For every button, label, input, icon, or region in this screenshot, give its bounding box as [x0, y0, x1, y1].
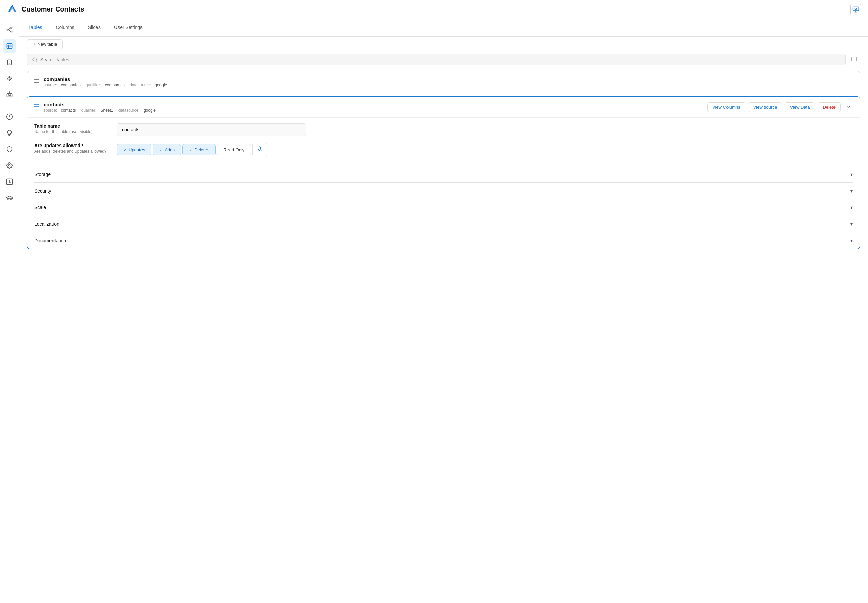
updates-btn-label: Updates — [128, 147, 145, 152]
content-area: Tables Columns Slices User Settings + Ne… — [19, 19, 868, 603]
view-data-button[interactable]: View Data — [785, 102, 815, 112]
section-scale[interactable]: Scale ▾ — [34, 199, 853, 216]
contacts-datasource-value: google — [144, 108, 156, 113]
table-actions-contacts: View Columns View source View Data Delet… — [707, 102, 854, 112]
contacts-qualifier-value: Sheet1 — [100, 108, 113, 113]
sidebar-item-network[interactable] — [3, 23, 16, 37]
svg-rect-3 — [853, 7, 859, 11]
tab-tables[interactable]: Tables — [27, 19, 43, 36]
deletes-check-icon: ✓ — [189, 147, 193, 152]
updates-toggle-group: ✓ Updates ✓ Adds ✓ Delet — [117, 143, 853, 156]
deletes-btn-label: Deletes — [194, 147, 209, 152]
view-source-button[interactable]: View source — [748, 102, 782, 112]
details-divider — [34, 163, 853, 164]
section-documentation[interactable]: Documentation ▾ — [34, 232, 853, 249]
search-area — [19, 50, 868, 68]
tab-columns[interactable]: Columns — [54, 19, 76, 36]
updates-field-value: ✓ Updates ✓ Adds ✓ Delet — [117, 143, 853, 156]
svg-line-8 — [8, 28, 11, 30]
svg-point-4 — [855, 8, 857, 9]
deletes-toggle-btn[interactable]: ✓ Deletes — [183, 144, 216, 155]
search-box — [27, 54, 846, 65]
storage-chevron: ▾ — [850, 172, 853, 177]
readonly-btn-label: Read-Only — [223, 147, 244, 152]
search-icon — [32, 57, 37, 62]
sidebar-item-gear[interactable] — [3, 159, 16, 172]
scale-chevron: ▾ — [850, 205, 853, 210]
readonly-toggle-btn[interactable]: Read-Only — [217, 144, 251, 155]
documentation-label: Documentation — [34, 238, 66, 243]
table-name-companies: companies — [44, 76, 854, 82]
table-card-companies-header[interactable]: companies source: companies qualifier: c… — [28, 71, 860, 92]
svg-point-32 — [33, 57, 37, 61]
svg-point-5 — [7, 29, 8, 30]
sidebar-item-bolt[interactable] — [3, 72, 16, 85]
search-input[interactable] — [40, 57, 840, 62]
svg-rect-10 — [7, 44, 12, 49]
table-icon-companies — [33, 77, 40, 86]
tab-slices[interactable]: Slices — [87, 19, 102, 36]
table-card-contacts-header[interactable]: contacts source: contacts qualifier: She… — [28, 97, 860, 118]
updates-toggle-btn[interactable]: ✓ Updates — [117, 144, 151, 155]
updates-label-title: Are updates allowed? — [34, 143, 109, 148]
table-name-input[interactable] — [117, 123, 306, 136]
left-sidebar — [0, 19, 19, 603]
section-security[interactable]: Security ▾ — [34, 183, 853, 199]
tabs-bar: Tables Columns Slices User Settings — [19, 19, 868, 37]
new-table-icon: + — [33, 42, 36, 47]
svg-rect-34 — [852, 57, 857, 61]
table-meta-companies: source: companies qualifier: companies d… — [44, 83, 854, 87]
contacts-source-value: contacts — [61, 108, 76, 113]
sections-container: Storage ▾ Security ▾ Scale ▾ Localizat — [28, 166, 860, 249]
table-name-field-label: Table name Name for this table (user-vis… — [34, 123, 109, 134]
table-meta-contacts: source: contacts qualifier: Sheet1 datas… — [44, 108, 707, 113]
companies-source-label: source: — [44, 83, 57, 87]
tab-user-settings[interactable]: User Settings — [113, 19, 144, 36]
new-table-button[interactable]: + New table — [27, 39, 63, 49]
updates-field-row: Are updates allowed? Are adds, deletes a… — [34, 143, 853, 156]
updates-label-desc: Are adds, deletes and updates allowed? — [34, 149, 109, 154]
sidebar-item-chart[interactable] — [3, 175, 16, 189]
sidebar-item-table[interactable] — [3, 39, 16, 53]
svg-point-17 — [8, 95, 9, 96]
adds-toggle-btn[interactable]: ✓ Adds — [153, 144, 181, 155]
expand-button[interactable] — [843, 102, 854, 112]
sidebar-item-mobile[interactable] — [3, 56, 16, 69]
table-info-companies: companies source: companies qualifier: c… — [44, 76, 854, 87]
svg-point-18 — [9, 95, 11, 96]
localization-chevron: ▾ — [850, 221, 853, 227]
section-storage[interactable]: Storage ▾ — [34, 166, 853, 183]
svg-point-26 — [8, 165, 10, 167]
table-icon-contacts — [33, 103, 40, 111]
companies-datasource-label: datasource: — [130, 83, 151, 87]
adds-btn-label: Adds — [164, 147, 175, 152]
section-localization[interactable]: Localization ▾ — [34, 216, 853, 232]
contacts-datasource-label: datasource: — [119, 108, 140, 113]
table-info-contacts: contacts source: contacts qualifier: She… — [44, 102, 707, 113]
sidebar-item-shield[interactable] — [3, 142, 16, 156]
table-name-contacts: contacts — [44, 102, 707, 107]
sidebar-divider — [2, 105, 17, 106]
header-left: Customer Contacts — [7, 3, 84, 15]
svg-point-20 — [9, 92, 10, 93]
table-card-companies: companies source: companies qualifier: c… — [27, 71, 860, 93]
page-title: Customer Contacts — [22, 5, 84, 13]
companies-qualifier-value: companies — [105, 83, 125, 87]
monitor-button[interactable] — [850, 4, 861, 15]
delete-button[interactable]: Delete — [818, 102, 840, 112]
contacts-qualifier-label: qualifier: — [81, 108, 96, 113]
scale-label: Scale — [34, 205, 46, 210]
beaker-btn[interactable] — [252, 143, 267, 156]
table-card-contacts: contacts source: contacts qualifier: She… — [27, 96, 860, 249]
sidebar-item-robot[interactable] — [3, 88, 16, 102]
table-name-label-desc: Name for this table (user-visible) — [34, 129, 109, 134]
svg-line-9 — [8, 30, 11, 31]
sidebar-item-graduation[interactable] — [3, 191, 16, 205]
security-chevron: ▾ — [850, 188, 853, 193]
view-columns-button[interactable]: View Columns — [707, 102, 746, 112]
sidebar-item-bulb[interactable] — [3, 126, 16, 140]
new-table-area: + New table — [19, 37, 868, 50]
companies-datasource-value: google — [155, 83, 167, 87]
sidebar-item-clock[interactable] — [3, 110, 16, 124]
filter-icon-btn[interactable] — [848, 53, 860, 66]
